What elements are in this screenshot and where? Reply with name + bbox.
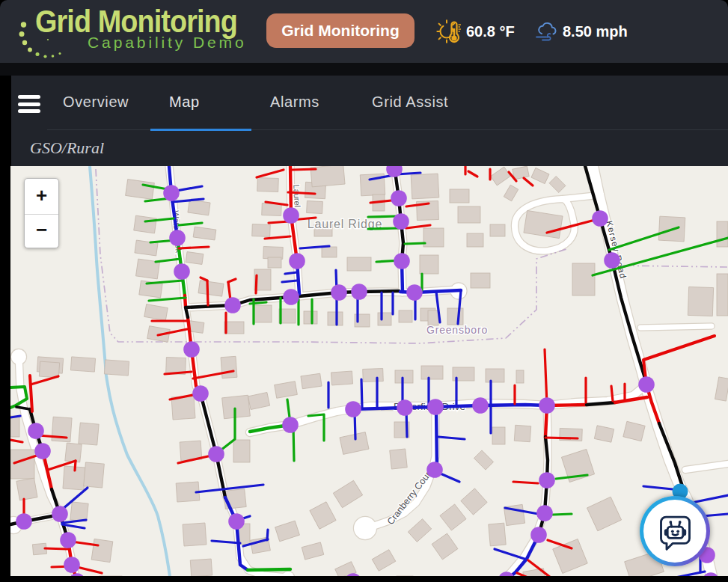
svg-text:Laurel: Laurel [292,184,302,207]
svg-text:Greensboro: Greensboro [426,324,488,336]
